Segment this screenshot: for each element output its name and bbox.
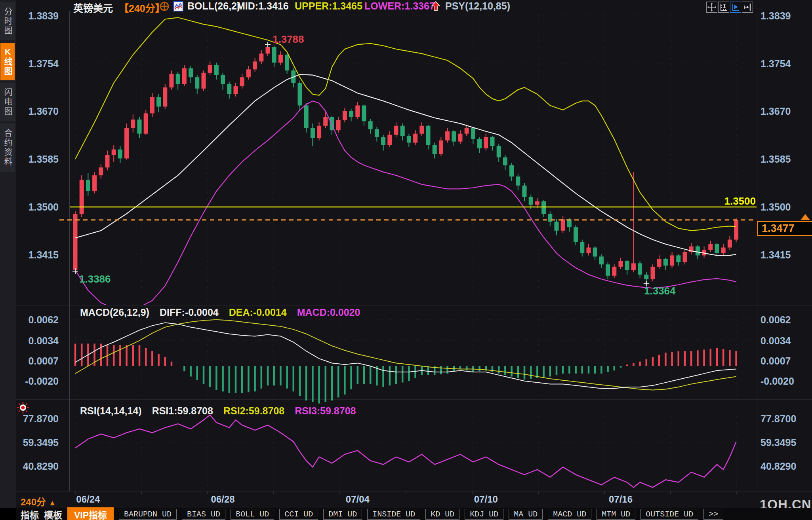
rsi2-value: RSI2:59.8708 [223, 405, 284, 417]
symbol-title: 英镑美元 [73, 0, 113, 15]
tab-kdj_ud[interactable]: KDJ_UD [465, 509, 503, 520]
axis-tick-label: 0.0007 [15, 355, 59, 367]
sidebar-item-0[interactable]: 分时图 [0, 2, 15, 40]
axis-tick-label: 77.8700 [761, 413, 812, 425]
axis-tick-label: 1.3415 [761, 249, 812, 261]
axis-tick-label: 0.0007 [761, 355, 812, 367]
snap-right-icon[interactable] [742, 2, 753, 13]
boll-indicator-label: BOLL(26,2) [187, 0, 240, 12]
period-badge[interactable]: 240分 ▲ [21, 494, 56, 508]
axis-tick-label: 1.3839 [761, 10, 812, 22]
rsi3-value: RSI3:59.8708 [295, 405, 356, 417]
axis-tick-label: 0.0034 [761, 335, 812, 347]
current-price-arrow-icon [801, 214, 810, 220]
axis-tick-label: 1.3415 [15, 249, 59, 261]
tab-vip[interactable]: VIP指标 [67, 507, 114, 520]
tab-dmi_ud[interactable]: DMI_UD [323, 509, 362, 520]
period-badge-label: 240分 [21, 497, 46, 507]
date-tick-label: 06/24 [76, 494, 100, 505]
tab-[interactable]: >> [703, 509, 723, 520]
macd-header-row: MACD(26,12,9) DIFF:-0.0004 DEA:-0.0014 M… [80, 307, 360, 318]
period-badge-arrow-icon: ▲ [49, 499, 56, 507]
rsi1-value: RSI1:59.8708 [152, 405, 213, 417]
tab-[interactable]: 指标 [21, 508, 39, 520]
boll-mid-value: MID:1.3416 [237, 0, 289, 12]
period-selector[interactable]: 【240分】 [119, 0, 165, 15]
date-tick-label: 06/28 [211, 494, 235, 505]
axis-tick-label: 1.3670 [761, 106, 812, 117]
playback-tool-icon[interactable] [730, 2, 741, 13]
axis-tick-label: 1.3839 [15, 10, 59, 22]
rsi-header-row: RSI(14,14,14) RSI1:59.8708 RSI2:59.8708 … [80, 405, 356, 417]
horizontal-line-label: 1.3500 [684, 195, 756, 207]
axis-scale-icon[interactable] [718, 2, 729, 13]
psy-signal-arrow-icon [430, 1, 441, 13]
sidebar-item-3[interactable]: 合约资料 [0, 123, 15, 172]
sidebar-bottom-block [0, 508, 16, 520]
current-price-box: 1.3477 [757, 221, 812, 236]
tab-cci_ud[interactable]: CCI_UD [279, 509, 318, 520]
tab-inside_ud[interactable]: INSIDE_UD [367, 509, 420, 520]
high-price-annotation: 1.3788 [273, 33, 304, 46]
boll-lower-value: LOWER:1.3367 [364, 0, 435, 12]
tab-boll_ud[interactable]: BOLL_UD [231, 509, 274, 520]
alert-burst-icon[interactable] [16, 400, 30, 416]
tab-kd_ud[interactable]: KD_UD [425, 509, 459, 520]
low-price-annotation-1: 1.3386 [79, 273, 111, 285]
low-price-annotation-2: 1.3364 [644, 285, 676, 297]
axis-tick-label: 0.0062 [761, 314, 812, 326]
axis-tick-label: 1.3754 [761, 58, 812, 70]
macd-indicator-label: MACD(26,12,9) [80, 307, 149, 318]
date-tick-label: 07/16 [609, 494, 633, 505]
sidebar-item-2[interactable]: 闪电图 [0, 83, 15, 121]
date-tick-label: 07/10 [474, 494, 498, 505]
tab-barupdn_ud[interactable]: BARUPDN_UD [119, 509, 177, 520]
sidebar-item-1[interactable]: K线图 [0, 43, 15, 80]
axis-tick-label: 1.3670 [15, 106, 59, 117]
axis-tick-label: 1.3585 [761, 154, 812, 165]
axis-tick-label: 0.0034 [15, 335, 59, 347]
psy-indicator-label: PSY(12,10,85) [445, 0, 510, 12]
tab-ma_ud[interactable]: MA_UD [509, 509, 543, 520]
add-indicator-icon[interactable] [159, 1, 170, 13]
trading-app-window: 分时图K线图闪电图合约资料 英镑美元 【240分】 BOLL(26,2) MID… [0, 0, 812, 520]
macd-value: MACD:0.0020 [297, 307, 360, 318]
axis-tick-label: -0.0020 [761, 376, 812, 387]
axis-tick-label: -0.0020 [15, 376, 59, 387]
date-tick-label: 07/04 [346, 494, 370, 505]
tab-[interactable]: 模板 [44, 508, 62, 520]
axis-tick-label: 0.0062 [15, 314, 59, 326]
tab-macd_ud[interactable]: MACD_UD [548, 509, 591, 520]
date-axis: 06/2406/2807/0407/1007/16 [0, 494, 812, 506]
boll-upper-value: UPPER:1.3465 [295, 0, 362, 12]
axis-tick-label: 1.3754 [15, 58, 59, 70]
rsi-indicator-label: RSI(14,14,14) [80, 405, 142, 417]
axis-tick-label: 40.8290 [15, 461, 59, 472]
macd-dea-value: DEA:-0.0014 [229, 307, 287, 318]
axis-tick-label: 1.3500 [761, 201, 812, 213]
sidebar: 分时图K线图闪电图合约资料 [0, 0, 16, 508]
axis-tick-label: 40.8290 [761, 461, 812, 472]
tab-outside_ud[interactable]: OUTSIDE_UD [640, 509, 698, 520]
axis-tick-label: 59.3495 [761, 437, 812, 448]
indicator-tab-bar: 指标模板VIP指标BARUPDN_UDBIAS_UDBOLL_UDCCI_UDD… [16, 508, 812, 520]
indicator-chart-icon[interactable] [173, 1, 183, 13]
axis-tick-label: 1.3585 [15, 154, 59, 165]
axis-tick-label: 1.3500 [15, 201, 59, 213]
axis-tick-label: 59.3495 [15, 437, 59, 448]
pan-tool-icon[interactable] [706, 2, 717, 13]
tab-mtm_ud[interactable]: MTM_UD [597, 509, 635, 520]
tab-bias_ud[interactable]: BIAS_UD [182, 509, 225, 520]
macd-diff-value: DIFF:-0.0004 [160, 307, 219, 318]
chart-canvas[interactable] [0, 0, 812, 520]
